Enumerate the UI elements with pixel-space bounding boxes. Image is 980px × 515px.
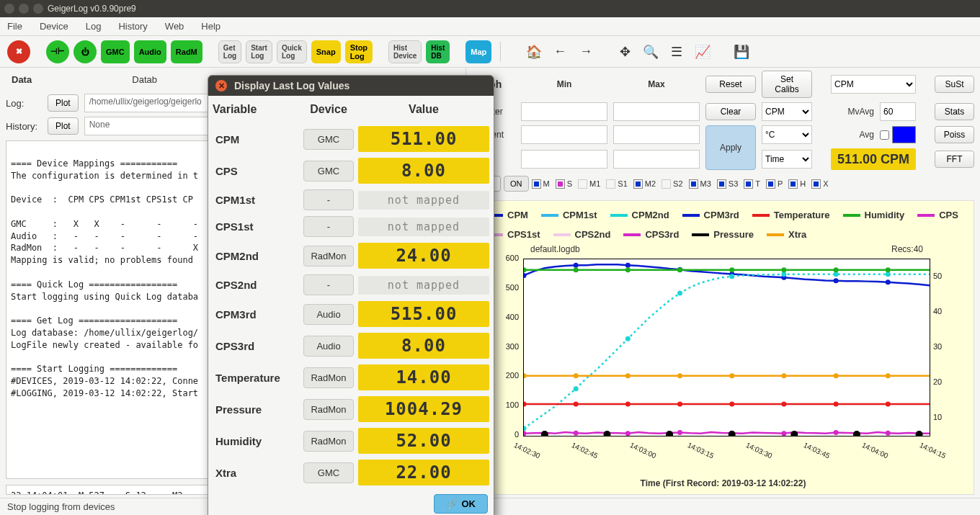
plot-log-button[interactable]: Plot [48, 94, 79, 112]
audio-button[interactable]: Audio [134, 40, 166, 63]
menu-web[interactable]: Web [165, 21, 184, 32]
svg-point-46 [834, 373, 839, 378]
svg-point-25 [574, 401, 579, 406]
dialog-row: Humidity RadMon 52.00 [208, 425, 494, 457]
save-icon[interactable]: 💾 [731, 44, 752, 60]
svg-point-21 [781, 431, 786, 436]
close-window-icon[interactable] [4, 4, 14, 14]
snap-button[interactable]: Snap [311, 40, 341, 63]
poiss-button[interactable]: Poiss [935, 126, 974, 143]
map-button[interactable]: Map [466, 40, 491, 63]
set-calibs-button[interactable]: Set Calibs [762, 71, 812, 98]
legend-swatch-Humidity [843, 214, 860, 217]
gmc-button[interactable]: GMC [101, 40, 130, 63]
device-cell: GMC [303, 462, 354, 483]
menu-file[interactable]: File [7, 21, 22, 32]
radm-button[interactable]: RadM [171, 40, 202, 63]
plot-box [523, 259, 930, 436]
time-min-input[interactable] [521, 150, 607, 169]
menu-device[interactable]: Device [40, 21, 68, 32]
svg-point-10 [625, 336, 631, 341]
check-T[interactable] [744, 179, 753, 189]
counter-max-input[interactable] [613, 102, 700, 121]
dialog-row: CPS GMC 8.00 [208, 155, 494, 187]
dialog-close-icon[interactable]: ✕ [215, 80, 227, 91]
var-name: CPS [213, 165, 299, 177]
svg-point-9 [574, 386, 579, 391]
legend-swatch-Temperature [752, 214, 770, 217]
big-cpm-display: 511.00 CPM [831, 148, 916, 170]
home-icon[interactable]: 🏠 [523, 44, 545, 60]
stop-log-button[interactable]: Stop Log [345, 40, 373, 63]
check-P[interactable] [766, 179, 775, 189]
ambient-max-input[interactable] [613, 125, 700, 144]
check-M1[interactable] [578, 179, 587, 189]
ambient-min-input[interactable] [521, 125, 607, 144]
check-S2[interactable] [662, 179, 671, 189]
check-M[interactable] [532, 179, 541, 189]
pan-icon[interactable]: ✥ [614, 44, 636, 60]
start-log-button[interactable]: Start Log [246, 40, 272, 63]
check-S[interactable] [556, 179, 565, 189]
hist-device-button[interactable]: Hist Device [388, 40, 422, 63]
dialog-row: CPM3rd Audio 515.00 [208, 298, 494, 330]
forward-icon[interactable]: → [575, 44, 597, 59]
settings-icon[interactable]: ☰ [666, 44, 687, 60]
chart-area: CPMCPM1stCPM2ndCPM3rdTemperatureHumidity… [472, 200, 974, 495]
value-cell: 8.00 [358, 333, 489, 359]
svg-point-29 [781, 401, 786, 406]
dialog-row: CPS3rd Audio 8.00 [208, 330, 494, 362]
svg-point-33 [574, 267, 579, 272]
cpm-select[interactable]: CPM [831, 75, 916, 94]
value-cell: 52.00 [358, 428, 489, 454]
svg-point-31 [886, 401, 891, 406]
menu-help[interactable]: Help [201, 21, 220, 32]
counter-min-input[interactable] [521, 102, 607, 121]
mvavg-input[interactable] [880, 102, 916, 121]
dialog-ok-button[interactable]: 🔗 OK [434, 494, 489, 514]
check-S3[interactable] [717, 179, 726, 189]
check-M3[interactable] [689, 179, 698, 189]
var-name: Humidity [213, 435, 299, 447]
cpm2-select[interactable]: CPM [762, 102, 812, 121]
check-H[interactable] [788, 179, 798, 189]
get-log-button[interactable]: Get Log [218, 40, 241, 63]
reset-button[interactable]: Reset [705, 76, 756, 93]
power-icon[interactable]: ⏻ [74, 40, 97, 63]
menu-log[interactable]: Log [86, 21, 102, 32]
clear-button[interactable]: Clear [705, 103, 756, 120]
check-X[interactable] [811, 179, 821, 189]
back-icon[interactable]: ← [549, 44, 571, 59]
menu-history[interactable]: History [118, 21, 147, 32]
value-cell: not mapped [358, 191, 489, 210]
svg-point-36 [729, 267, 734, 272]
check-M2[interactable] [633, 179, 643, 189]
zoom-icon[interactable]: 🔍 [640, 44, 662, 60]
sust-button[interactable]: SuSt [935, 76, 974, 93]
menubar: File Device Log History Web Help [0, 17, 980, 36]
toolbar: ✖ ⊣⊢ ⏻ GMC Audio RadM Get Log Start Log … [0, 36, 980, 68]
temp-unit-select[interactable]: °C [762, 125, 812, 144]
avg-checkbox[interactable] [880, 130, 889, 140]
minimize-window-icon[interactable] [19, 4, 29, 14]
color-swatch[interactable] [892, 126, 916, 143]
time-max-input[interactable] [613, 150, 700, 169]
plot-history-button[interactable]: Plot [48, 117, 79, 135]
fft-button[interactable]: FFT [935, 151, 974, 168]
apply-button[interactable]: Apply [705, 125, 756, 170]
svg-point-12 [729, 274, 734, 279]
hist-db-button[interactable]: Hist DB [426, 40, 450, 63]
svg-point-41 [574, 373, 579, 378]
time-select[interactable]: Time [762, 150, 812, 169]
window-title: GeigerLog v0.9.90pre9 [48, 4, 136, 14]
check-S1[interactable] [606, 179, 615, 189]
quick-log-button[interactable]: Quick Log [277, 40, 307, 63]
connect-icon[interactable]: ⊣⊢ [46, 40, 69, 63]
svg-point-45 [781, 373, 786, 378]
maximize-window-icon[interactable] [33, 4, 43, 14]
svg-point-42 [625, 373, 631, 378]
exit-button[interactable]: ✖ [7, 40, 30, 63]
stats-button[interactable]: Stats [935, 103, 974, 120]
chart-icon[interactable]: 📈 [692, 44, 713, 60]
on-button[interactable]: ON [504, 176, 529, 192]
